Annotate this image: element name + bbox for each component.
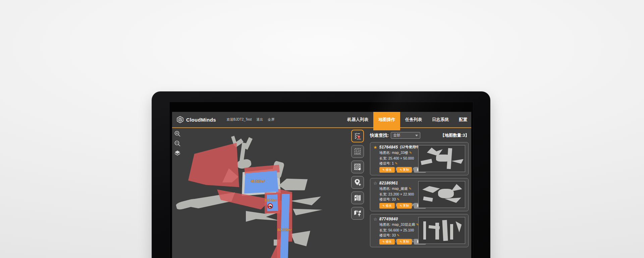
corridor-area xyxy=(280,194,289,258)
edit-floor-icon[interactable]: ✎ xyxy=(397,233,399,237)
field-label: 长宽: xyxy=(379,156,387,160)
top-navbar: CloudMinds 欢迎BJDT2_Test 退出 全屏 机器人列表 地图操作… xyxy=(172,112,471,128)
map-upload-icon xyxy=(354,209,362,217)
map-id: 87749840 xyxy=(379,217,398,221)
quick-find-row: 快速查找: 全部 【地图数量:3】 xyxy=(370,131,469,140)
copy-map-button[interactable]: ✎复制 xyxy=(397,167,412,173)
tab-configuration[interactable]: 配置 xyxy=(454,112,471,128)
map-thumbnail[interactable] xyxy=(418,181,465,208)
edit-map-button[interactable]: ✎修改 xyxy=(379,203,395,209)
pencil-icon: ✎ xyxy=(382,240,385,244)
map-id: 51764845 xyxy=(379,145,398,149)
tool-map-remove[interactable] xyxy=(351,191,364,204)
map-wall xyxy=(291,231,310,246)
map-name: map_腿腿 xyxy=(392,186,408,190)
copy-map-button[interactable]: ✎复制 xyxy=(397,203,412,209)
map-controls xyxy=(174,130,181,157)
tool-map-upload[interactable] xyxy=(351,207,364,220)
map-floor: 33 xyxy=(392,197,396,201)
task-checklist-pin-icon xyxy=(354,132,362,140)
pencil-icon: ✎ xyxy=(400,240,402,244)
app-window: CloudMinds 欢迎BJDT2_Test 退出 全屏 机器人列表 地图操作… xyxy=(172,112,471,258)
room-area-label: 40.519m² xyxy=(251,179,265,183)
map-name: map_33层走廊 xyxy=(392,222,415,226)
field-label: 地图名: xyxy=(379,186,391,190)
pencil-icon: ✎ xyxy=(400,168,402,172)
pencil-icon: ✎ xyxy=(382,204,385,208)
field-label: 楼层号: xyxy=(379,233,391,237)
field-label: 楼层号: xyxy=(379,197,391,201)
map-card: ☆ 87749840 地图名: map_33层走廊✎ 长宽: 56.600 × … xyxy=(370,214,469,247)
marquee-select-icon xyxy=(354,147,362,156)
tab-task-list[interactable]: 任务列表 xyxy=(400,112,427,128)
location-pin-add-icon xyxy=(354,178,362,186)
map-wall xyxy=(293,206,322,215)
map-card: ★ 51764845 (12号使用中) 地图名: map_33楼✎ 长宽: 25… xyxy=(370,142,469,175)
copy-map-button[interactable]: ✎复制 xyxy=(397,239,412,245)
chevron-down-icon xyxy=(415,135,418,138)
user-session-group: 欢迎BJDT2_Test 退出 全屏 xyxy=(227,117,274,122)
welcome-text: 欢迎BJDT2_Test xyxy=(227,117,252,122)
tab-robot-list[interactable]: 机器人列表 xyxy=(342,112,374,128)
edit-floor-icon[interactable]: ✎ xyxy=(397,198,399,201)
nav-tabs: 机器人列表 地图操作 任务列表 日志系统 配置 xyxy=(342,112,472,128)
map-wall xyxy=(290,197,321,205)
map-name: map_33楼 xyxy=(392,150,408,155)
map-size: 56.600 × 25.100 xyxy=(388,228,414,232)
quick-find-label: 快速查找: xyxy=(370,132,389,138)
map-remove-icon xyxy=(354,194,362,202)
tab-map-operations[interactable]: 地图操作 xyxy=(373,112,400,130)
room-area-small xyxy=(267,194,278,211)
tool-task-checklist-pin[interactable] xyxy=(351,130,364,142)
edit-map-button[interactable]: ✎修改 xyxy=(379,239,395,245)
zoom-out-icon[interactable] xyxy=(174,140,181,147)
tab-log-system[interactable]: 日志系统 xyxy=(427,112,454,128)
map-status: (12号使用中) xyxy=(400,145,420,149)
favorite-star-icon[interactable]: ☆ xyxy=(373,181,377,185)
brand-name: CloudMinds xyxy=(186,117,216,123)
hatch-region-add-icon xyxy=(354,163,362,171)
map-thumbnail[interactable] xyxy=(418,217,465,244)
quick-find-selected-value: 全部 xyxy=(393,133,400,138)
map-card: ☆ 82186961 地图名: map_腿腿✎ 长宽: 23.200 × 22.… xyxy=(370,178,469,211)
fullscreen-link[interactable]: 全屏 xyxy=(268,117,274,122)
zoom-in-icon[interactable] xyxy=(174,130,181,137)
favorite-star-icon[interactable]: ★ xyxy=(373,145,377,149)
map-thumbnail[interactable] xyxy=(418,145,465,172)
map-list-panel: 快速查找: 全部 【地图数量:3】 ★ 51764845 (12号使用中) 地图… xyxy=(369,129,471,258)
tool-location-pin-add[interactable] xyxy=(351,176,364,189)
map-floor: 33 xyxy=(392,233,396,237)
cloudminds-hexcube-icon xyxy=(176,116,184,123)
brand-logo: CloudMinds xyxy=(172,116,221,123)
robot-position-marker xyxy=(267,203,273,209)
restricted-zone xyxy=(188,143,239,187)
restricted-zone xyxy=(271,235,281,258)
room-area-label: 8.614m² xyxy=(265,199,277,202)
field-label: 长宽: xyxy=(379,192,387,196)
map-wall xyxy=(175,198,198,210)
field-label: 楼层号: xyxy=(379,161,391,165)
tool-marquee-select[interactable] xyxy=(351,145,364,158)
map-toolbar xyxy=(351,130,364,220)
quick-find-select[interactable]: 全部 xyxy=(391,132,420,139)
map-floor: 1 xyxy=(392,161,394,165)
tool-hatch-region-add[interactable] xyxy=(351,161,364,173)
edit-floor-icon[interactable]: ✎ xyxy=(395,162,397,165)
field-label: 地图名: xyxy=(379,222,391,226)
corridor-area-label: 80.215m² xyxy=(277,228,292,232)
edit-name-icon[interactable]: ✎ xyxy=(409,151,412,155)
field-label: 地图名: xyxy=(379,150,391,155)
edit-map-button[interactable]: ✎修改 xyxy=(379,167,395,173)
map-size: 25.400 × 50.000 xyxy=(388,156,414,160)
map-size: 23.200 × 22.900 xyxy=(388,192,414,196)
logout-link[interactable]: 退出 xyxy=(256,117,263,122)
pencil-icon: ✎ xyxy=(382,168,385,172)
pencil-icon: ✎ xyxy=(400,204,402,208)
layers-icon[interactable] xyxy=(174,150,181,157)
map-count-badge: 【地图数量:3】 xyxy=(440,133,469,138)
field-label: 长宽: xyxy=(379,228,387,232)
edit-name-icon[interactable]: ✎ xyxy=(409,187,412,190)
favorite-star-icon[interactable]: ☆ xyxy=(373,217,377,221)
map-id: 82186961 xyxy=(379,181,398,185)
